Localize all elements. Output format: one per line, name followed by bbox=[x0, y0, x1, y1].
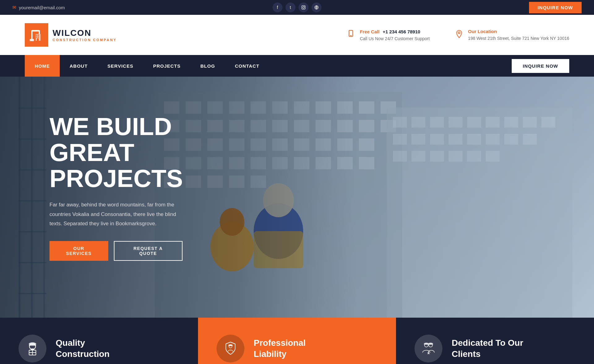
svg-point-3 bbox=[315, 6, 318, 9]
svg-point-2 bbox=[304, 6, 305, 7]
location-address: 198 West 21th Street, Suite 721 New York… bbox=[468, 35, 569, 42]
svg-rect-11 bbox=[38, 35, 39, 36]
hero-description: Far far away, behind the word mountains,… bbox=[50, 200, 183, 229]
phone-label: Free Call +1 234 456 78910 bbox=[360, 28, 430, 36]
svg-rect-12 bbox=[36, 36, 37, 38]
facebook-icon[interactable]: f bbox=[273, 2, 282, 12]
nav-about[interactable]: ABOUT bbox=[60, 55, 97, 77]
top-email: youremail@email.com bbox=[19, 5, 65, 10]
phone-number: +1 234 456 78910 bbox=[383, 29, 420, 34]
phone-text: Free Call +1 234 456 78910 Call Us Now 2… bbox=[360, 28, 430, 42]
quality-card-text: Quality Construction bbox=[56, 337, 110, 360]
svg-marker-122 bbox=[427, 352, 430, 354]
social-links: f t bbox=[273, 2, 321, 12]
professional-card-text: Professional Liability bbox=[254, 337, 306, 360]
logo-text: WILCON CONSTRUCTION COMPANY bbox=[53, 28, 117, 42]
phone-sub: Call Us Now 24/7 Customer Support bbox=[360, 36, 430, 42]
hero-buttons: OUR SERVICES REQUEST A QUOTE bbox=[50, 241, 183, 261]
hero-content: WE BUILD GREAT PROJECTS Far far away, be… bbox=[0, 77, 232, 298]
svg-rect-0 bbox=[302, 6, 305, 9]
header-info: Free Call +1 234 456 78910 Call Us Now 2… bbox=[346, 28, 569, 42]
svg-rect-120 bbox=[424, 344, 429, 345]
phone-icon bbox=[346, 29, 355, 40]
bottom-cards: Quality Construction Professional Liabil… bbox=[0, 318, 594, 364]
request-quote-button[interactable]: REQUEST A QUOTE bbox=[114, 241, 183, 261]
svg-point-1 bbox=[303, 6, 304, 8]
location-icon bbox=[454, 29, 464, 40]
nav-services[interactable]: SERVICES bbox=[97, 55, 143, 77]
svg-rect-115 bbox=[228, 345, 233, 346]
twitter-icon[interactable]: t bbox=[286, 2, 295, 12]
svg-rect-8 bbox=[30, 39, 34, 41]
instagram-icon[interactable] bbox=[299, 2, 308, 12]
svg-rect-121 bbox=[428, 344, 433, 345]
nav-home[interactable]: HOME bbox=[25, 55, 60, 77]
svg-rect-10 bbox=[36, 35, 37, 36]
professional-card-title: Professional Liability bbox=[254, 337, 306, 360]
svg-rect-6 bbox=[39, 30, 40, 34]
dribbble-icon[interactable] bbox=[312, 2, 321, 12]
dedicated-card-title: Dedicated To Our Clients bbox=[452, 337, 523, 360]
quality-icon-circle bbox=[19, 335, 46, 362]
inquire-btn-nav[interactable]: INQUIRE NOW bbox=[512, 59, 569, 73]
header: WILCON CONSTRUCTION COMPANY Free Call +1… bbox=[0, 15, 594, 55]
logo-box bbox=[25, 23, 48, 47]
bottom-card-professional: Professional Liability bbox=[198, 318, 396, 364]
free-call-label: Free Call bbox=[360, 29, 379, 34]
svg-rect-16 bbox=[350, 35, 352, 36]
email-icon: ✉ bbox=[12, 5, 16, 10]
inquire-btn-top[interactable]: INQUIRE NOW bbox=[529, 2, 582, 13]
svg-point-17 bbox=[458, 32, 460, 34]
location-info: Our Location 198 West 21th Street, Suite… bbox=[454, 28, 569, 42]
our-services-button[interactable]: OUR SERVICES bbox=[50, 241, 108, 261]
bottom-card-quality: Quality Construction bbox=[0, 318, 198, 364]
professional-icon-circle bbox=[217, 335, 244, 362]
hero-title: WE BUILD GREAT PROJECTS bbox=[50, 114, 183, 192]
hero-section: WE BUILD GREAT PROJECTS Far far away, be… bbox=[0, 77, 594, 318]
top-bar: ✉ youremail@email.com f t INQUIRE NOW bbox=[0, 0, 594, 15]
nav-contact[interactable]: CONTACT bbox=[225, 55, 269, 77]
location-label: Our Location bbox=[468, 28, 569, 35]
phone-info: Free Call +1 234 456 78910 Call Us Now 2… bbox=[346, 28, 430, 42]
nav-blog[interactable]: BLOG bbox=[191, 55, 225, 77]
top-bar-left: ✉ youremail@email.com bbox=[12, 5, 65, 10]
nav-projects[interactable]: PROJECTS bbox=[143, 55, 191, 77]
svg-rect-13 bbox=[38, 36, 39, 38]
logo[interactable]: WILCON CONSTRUCTION COMPANY bbox=[25, 23, 117, 47]
nav-items: HOME ABOUT SERVICES PROJECTS BLOG CONTAC… bbox=[25, 55, 512, 77]
location-text: Our Location 198 West 21th Street, Suite… bbox=[468, 28, 569, 42]
svg-rect-107 bbox=[31, 349, 34, 350]
bottom-card-dedicated: Dedicated To Our Clients bbox=[396, 318, 594, 364]
navigation: HOME ABOUT SERVICES PROJECTS BLOG CONTAC… bbox=[0, 55, 594, 77]
svg-rect-112 bbox=[29, 345, 36, 346]
svg-rect-14 bbox=[37, 38, 39, 41]
quality-card-title: Quality Construction bbox=[56, 337, 110, 360]
dedicated-icon-circle bbox=[415, 335, 442, 362]
dedicated-card-text: Dedicated To Our Clients bbox=[452, 337, 523, 360]
